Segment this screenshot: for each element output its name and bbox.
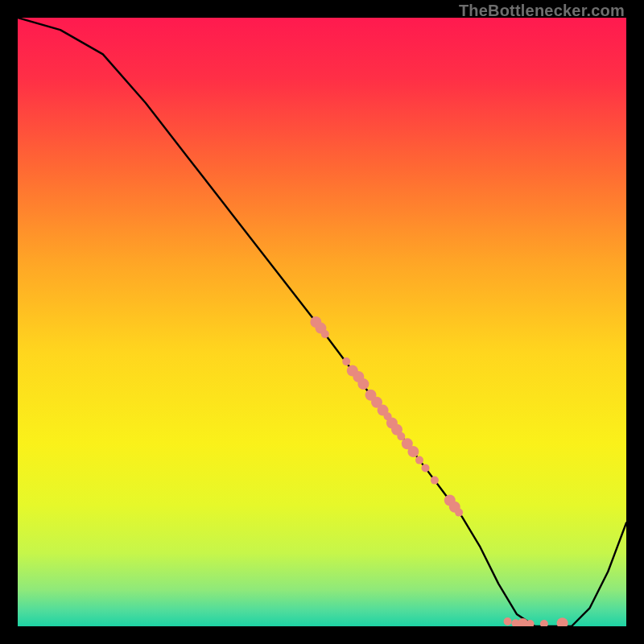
- data-point: [342, 357, 350, 365]
- chart-svg: [18, 18, 626, 626]
- data-point: [407, 446, 419, 457]
- data-point: [455, 509, 463, 517]
- chart-frame: [18, 18, 626, 626]
- data-point: [415, 456, 423, 464]
- chart-background: [18, 18, 626, 626]
- data-point: [504, 617, 512, 625]
- data-point: [321, 330, 329, 338]
- data-point: [431, 477, 439, 485]
- data-point: [422, 464, 430, 472]
- data-point: [357, 378, 369, 390]
